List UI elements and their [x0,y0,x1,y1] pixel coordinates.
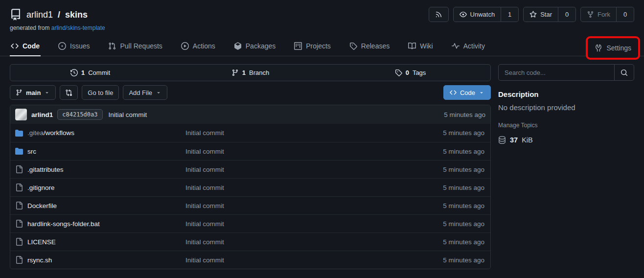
tab-wiki-label: Wiki [420,42,433,50]
repo-stats-bar: 1 Commit 1 Branch 0 Tags [10,64,491,81]
go-to-file-label: Go to file [88,89,113,96]
generated-from: generated from arlind/skins-template [10,24,634,32]
tab-issues[interactable]: Issues [57,37,91,56]
add-file-label: Add File [129,89,152,96]
avatar[interactable] [15,109,27,120]
commits-link[interactable]: 1 Commit [10,65,170,81]
fork-count[interactable]: 0 [617,7,634,22]
file-name-link[interactable]: LICENSE [27,238,56,246]
tags-link[interactable]: 0 Tags [330,65,490,81]
code-search [498,64,634,81]
star-icon [529,11,537,18]
commit-hash-link[interactable]: c84215d0a3 [57,109,102,120]
file-name-link[interactable]: Dockerfile [27,202,57,209]
rss-button[interactable] [429,7,449,22]
tab-pull-requests[interactable]: Pull Requests [107,37,163,56]
file-row[interactable]: .gitea/workflows Initial commit 5 minute… [10,124,490,142]
file-icon [15,238,23,246]
file-name-link[interactable]: hardlink-songs-folder.bat [27,220,100,228]
repo-icon [10,9,22,21]
fork-button[interactable]: Fork [580,7,617,22]
fork-icon [587,11,594,18]
tab-activity-label: Activity [463,42,485,50]
code-icon [450,89,457,96]
file-row[interactable]: rsync.sh Initial commit 5 minutes ago [10,251,490,269]
add-file-button[interactable]: Add File [123,85,167,100]
play-icon [181,42,189,50]
file-name-link[interactable]: .gitattributes [27,166,64,173]
database-icon [498,136,506,144]
search-button[interactable] [614,65,634,80]
tab-projects-label: Projects [306,42,331,50]
git-compare-icon [65,89,72,96]
file-commit-message-link[interactable]: Initial commit [185,129,443,137]
latest-commit-row: arlind1 c84215d0a3 Initial commit 5 minu… [10,105,490,124]
pulse-icon [452,42,460,50]
tools-icon [595,44,602,52]
file-commit-time: 5 minutes ago [443,184,484,191]
file-commit-message-link[interactable]: Initial commit [185,166,443,173]
star-count[interactable]: 0 [558,7,576,22]
branch-icon [231,69,239,76]
file-row[interactable]: hardlink-songs-folder.bat Initial commit… [10,214,490,232]
tab-actions[interactable]: Actions [180,37,216,56]
folder-icon [15,129,23,137]
template-repo-link[interactable]: arlind/skins-template [51,24,105,31]
search-input[interactable] [499,65,614,80]
tab-wiki[interactable]: Wiki [407,37,434,56]
file-commit-time: 5 minutes ago [443,220,484,228]
file-row[interactable]: .gitattributes Initial commit 5 minutes … [10,160,490,178]
file-commit-time: 5 minutes ago [443,238,484,246]
file-row[interactable]: LICENSE Initial commit 5 minutes ago [10,232,490,251]
repo-tabbar: Code Issues Pull Requests Actions Packag… [0,36,644,56]
file-commit-time: 5 minutes ago [443,256,484,264]
tab-projects[interactable]: Projects [293,37,332,56]
tab-activity[interactable]: Activity [451,37,486,56]
history-icon [70,69,78,76]
star-button[interactable]: Star [523,7,558,22]
fork-group: Fork 0 [580,7,634,22]
manage-topics-link[interactable]: Manage Topics [498,122,538,129]
commit-message-link[interactable]: Initial commit [109,111,147,118]
code-download-button[interactable]: Code [443,85,491,100]
file-commit-message-link[interactable]: Initial commit [185,238,443,246]
file-name-link[interactable]: .gitea/workflows [27,129,74,137]
file-name-link[interactable]: src [27,148,36,155]
branches-link[interactable]: 1 Branch [170,65,330,81]
file-name-link[interactable]: .gitignore [27,184,55,191]
tab-packages[interactable]: Packages [233,37,276,56]
unwatch-button[interactable]: Unwatch [453,7,502,22]
repo-owner-link[interactable]: arlind1 [26,10,53,20]
tag-icon [395,69,402,76]
tab-actions-label: Actions [193,42,215,50]
issue-icon [58,42,66,50]
file-commit-message-link[interactable]: Initial commit [185,220,443,228]
tab-releases[interactable]: Releases [348,37,391,56]
file-commit-message-link[interactable]: Initial commit [185,256,443,264]
chevron-down-icon [479,90,484,95]
file-commit-message-link[interactable]: Initial commit [185,202,443,209]
file-name-link[interactable]: rsync.sh [27,256,52,264]
file-row[interactable]: src Initial commit 5 minutes ago [10,142,490,160]
file-icon [15,184,23,191]
repo-main: 1 Commit 1 Branch 0 Tags main [0,56,644,269]
branch-selector[interactable]: main [10,85,56,100]
file-row[interactable]: .gitignore Initial commit 5 minutes ago [10,178,490,196]
tab-code[interactable]: Code [10,37,41,56]
file-row[interactable]: Dockerfile Initial commit 5 minutes ago [10,196,490,214]
chevron-down-icon [44,90,50,95]
watch-count[interactable]: 1 [501,7,519,22]
file-icon [15,202,23,209]
compare-button[interactable] [60,85,78,100]
tab-settings[interactable]: Settings [594,44,632,52]
repo-name-link[interactable]: skins [65,10,88,20]
file-commit-message-link[interactable]: Initial commit [185,184,443,191]
file-commit-message-link[interactable]: Initial commit [185,148,443,155]
tab-pull-requests-label: Pull Requests [120,42,162,50]
branch-count-label: Branch [249,69,269,76]
star-label: Star [540,11,552,18]
go-to-file-button[interactable]: Go to file [82,85,119,100]
commit-count-label: Commit [88,69,110,76]
tag-icon [349,42,357,50]
commit-author-link[interactable]: arlind1 [31,111,53,118]
